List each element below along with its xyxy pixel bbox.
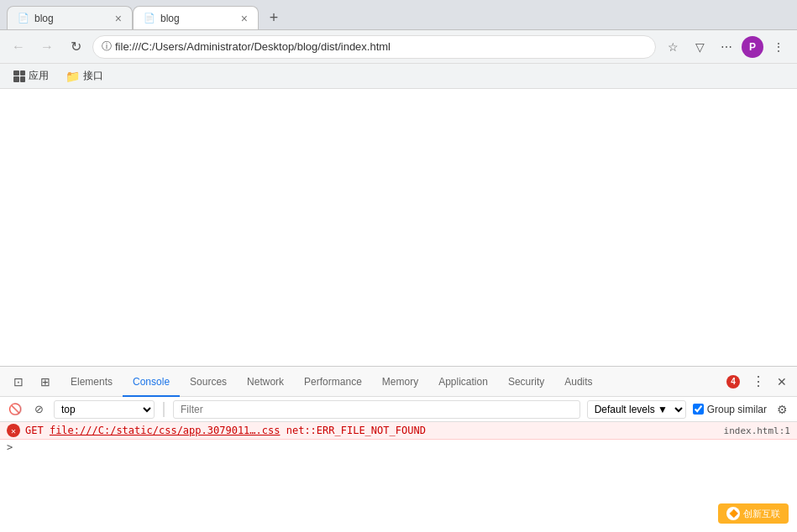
console-toolbar: 🚫 ⊘ top Default levels ▼ Group similar ⚙ <box>0 397 797 422</box>
error-link[interactable]: file:///C:/static/css/app.3079011….css <box>50 425 281 436</box>
toolbar-divider <box>163 402 165 417</box>
filter-input[interactable] <box>173 400 580 419</box>
console-error-text: GET file:///C:/static/css/app.3079011….c… <box>25 425 724 436</box>
toolbar-icons: ☆ ▽ ⋯ P ⋮ <box>661 35 790 59</box>
main-content <box>0 89 797 366</box>
devtools-more-button[interactable]: ⋮ <box>747 370 770 394</box>
devtools-panel: ⊡ ⊞ Elements Console Sources Network Per… <box>0 366 797 524</box>
menu-button[interactable]: ⋮ <box>767 35 790 59</box>
error-icon: ✕ <box>7 424 20 437</box>
context-select[interactable]: top <box>54 400 155 419</box>
tab-favicon-1: 📄 <box>18 13 29 23</box>
group-similar-label[interactable]: Group similar <box>693 404 767 415</box>
bookmark-apps-label: 应用 <box>29 69 49 83</box>
filter-toggle-button[interactable]: ⊘ <box>30 401 47 418</box>
url-lock-icon: ⓘ <box>102 39 112 54</box>
tab-label-2: blog <box>160 13 180 24</box>
folder-icon: 📁 <box>66 70 80 83</box>
error-count-circle: 4 <box>726 375 740 389</box>
reload-button[interactable]: ↻ <box>64 35 87 59</box>
tab-performance[interactable]: Performance <box>294 367 372 397</box>
tab-security[interactable]: Security <box>498 367 554 397</box>
watermark: 🔶 创新互联 <box>718 503 789 524</box>
bookmark-folder[interactable]: 📁 接口 <box>59 67 110 85</box>
tab-sources[interactable]: Sources <box>180 367 237 397</box>
devtools-side-icons: ⊡ ⊞ <box>3 370 60 394</box>
devtools-device-button[interactable]: ⊞ <box>34 370 57 394</box>
tab-close-2[interactable]: × <box>241 12 248 25</box>
extension-button-2[interactable]: ⋯ <box>715 35 738 59</box>
address-bar: ← → ↻ ⓘ file:///C:/Users/Administrator/D… <box>0 30 797 64</box>
error-prefix: GET <box>25 425 44 436</box>
tab-audits[interactable]: Audits <box>554 367 602 397</box>
apps-icon <box>13 70 25 82</box>
console-content: ✕ GET file:///C:/static/css/app.3079011…… <box>0 422 797 524</box>
tab-favicon-2: 📄 <box>144 13 155 23</box>
group-similar-checkbox[interactable] <box>693 404 704 415</box>
tab-elements[interactable]: Elements <box>60 367 123 397</box>
prompt-chevron: > <box>7 441 13 453</box>
back-button[interactable]: ← <box>7 35 30 59</box>
tab-close-1[interactable]: × <box>115 12 122 25</box>
tab-network[interactable]: Network <box>237 367 294 397</box>
error-message: net::ERR_FILE_NOT_FOUND <box>286 425 426 436</box>
console-settings-button[interactable]: ⚙ <box>773 401 790 418</box>
console-prompt-row: > <box>0 440 797 455</box>
bookmark-folder-label: 接口 <box>83 69 103 83</box>
level-select[interactable]: Default levels ▼ <box>587 400 686 419</box>
devtools-tabs: ⊡ ⊞ Elements Console Sources Network Per… <box>0 367 797 397</box>
devtools-inspect-button[interactable]: ⊡ <box>7 370 30 394</box>
clear-console-button[interactable]: 🚫 <box>7 401 24 418</box>
watermark-text: 创新互联 <box>743 508 780 520</box>
watermark-logo: 🔶 <box>726 507 740 520</box>
tab-memory[interactable]: Memory <box>372 367 428 397</box>
avatar-button[interactable]: P <box>742 36 763 58</box>
new-tab-button[interactable]: + <box>262 6 286 29</box>
tab-console[interactable]: Console <box>123 367 180 397</box>
error-source[interactable]: index.html:1 <box>724 425 790 436</box>
bookmark-button[interactable]: ☆ <box>661 35 684 59</box>
bookmarks-bar: 应用 📁 接口 <box>0 64 797 89</box>
url-bar[interactable]: ⓘ file:///C:/Users/Administrator/Desktop… <box>92 35 656 59</box>
devtools-close-button[interactable]: ✕ <box>770 370 794 394</box>
forward-button[interactable]: → <box>35 35 59 59</box>
tab-blog-1[interactable]: 📄 blog × <box>7 6 133 29</box>
error-badge: 4 <box>720 375 747 389</box>
tab-bar: 📄 blog × 📄 blog × + <box>0 0 797 30</box>
tab-label-1: blog <box>34 13 54 24</box>
tab-application[interactable]: Application <box>428 367 498 397</box>
bookmark-apps[interactable]: 应用 <box>7 67 55 85</box>
group-similar-text: Group similar <box>707 404 767 415</box>
console-error-row: ✕ GET file:///C:/static/css/app.3079011…… <box>0 422 797 440</box>
tab-blog-2[interactable]: 📄 blog × <box>133 6 259 29</box>
extension-button-1[interactable]: ▽ <box>688 35 711 59</box>
url-text: file:///C:/Users/Administrator/Desktop/b… <box>115 40 391 53</box>
